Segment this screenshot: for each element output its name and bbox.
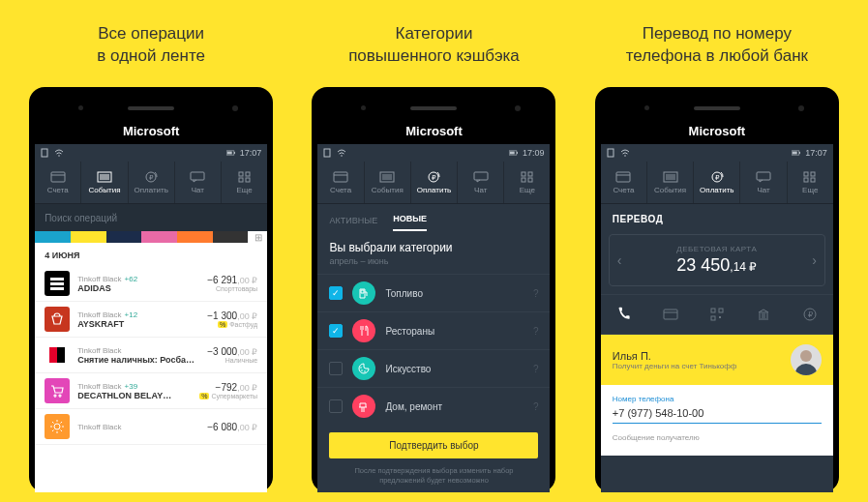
tab-events[interactable]: События: [647, 162, 694, 203]
checkbox[interactable]: [329, 362, 343, 375]
tab-more[interactable]: Еще: [788, 162, 833, 203]
avatar: [791, 344, 822, 375]
svg-rect-15: [246, 172, 250, 176]
transfer-header: ПЕРЕВОД: [601, 204, 833, 230]
svg-rect-76: [719, 316, 721, 318]
svg-rect-70: [811, 178, 815, 182]
method-card[interactable]: [647, 301, 694, 328]
list-icon: [97, 171, 112, 183]
svg-line-28: [52, 422, 54, 424]
selection-title: Вы выбрали категории: [317, 231, 550, 256]
transaction-row[interactable]: Tinkoff Black+62ADIDAS −6 291,00 ₽Спортт…: [35, 266, 267, 302]
svg-point-50: [361, 367, 363, 369]
add-button[interactable]: ⊞: [248, 231, 267, 243]
tab-accounts[interactable]: Счета: [317, 162, 364, 203]
phone-field[interactable]: +7 (977) 548-10-00: [613, 407, 822, 424]
grid-icon: [803, 171, 817, 183]
ruble-icon: ₽: [709, 170, 725, 184]
checkbox[interactable]: [329, 399, 343, 413]
tab-pay[interactable]: ₽Оплатить: [694, 162, 740, 203]
category-color-bar[interactable]: [35, 231, 248, 243]
tab-active-cats[interactable]: АКТИВНЫЕ: [329, 216, 377, 231]
tab-events[interactable]: События: [365, 162, 411, 203]
category-row[interactable]: Искусство ?: [317, 349, 550, 387]
category-name: Дом, ремонт: [385, 401, 532, 412]
category-row[interactable]: Рестораны ?: [317, 311, 550, 349]
search-input[interactable]: Поиск операций: [35, 204, 267, 231]
brand-label: Microsoft: [35, 124, 267, 138]
svg-rect-58: [616, 172, 630, 182]
list-icon: [379, 171, 395, 183]
tab-chat[interactable]: Чат: [740, 162, 787, 203]
heading-1: Все операциив одной ленте: [97, 23, 205, 68]
method-bank[interactable]: [740, 301, 787, 328]
tab-more[interactable]: Еще: [222, 162, 267, 203]
svg-rect-17: [246, 178, 250, 182]
category-row[interactable]: Топливо ?: [317, 274, 550, 311]
category-row[interactable]: Дом, ремонт ?: [317, 387, 550, 425]
phone-field-label: Номер телефона: [613, 395, 822, 403]
tab-accounts[interactable]: Счета: [35, 162, 81, 203]
svg-rect-56: [799, 152, 800, 154]
svg-rect-22: [57, 347, 65, 363]
svg-rect-49: [528, 178, 532, 182]
svg-rect-36: [510, 152, 515, 155]
category-name: Рестораны: [385, 326, 532, 337]
svg-rect-0: [42, 149, 47, 157]
svg-point-23: [54, 424, 60, 429]
method-ruble[interactable]: ₽: [787, 301, 833, 328]
svg-rect-20: [50, 287, 64, 290]
clock: 17:07: [240, 148, 262, 158]
source-card-selector[interactable]: ‹ ДЕБЕТОВАЯ КАРТА 23 450,14 ₽ ›: [609, 234, 825, 286]
confirm-button[interactable]: Подтвердить выбор: [329, 432, 538, 458]
svg-rect-35: [517, 152, 518, 154]
chevron-right-icon[interactable]: ›: [812, 252, 817, 268]
help-icon[interactable]: ?: [533, 288, 539, 299]
heading-2: Категорииповышенного кэшбэка: [348, 23, 520, 68]
transaction-row[interactable]: Tinkoff Black+39DECATHLON BELAY… −792,00…: [35, 373, 267, 409]
svg-point-80: [795, 364, 817, 375]
heading-3: Перевод по номерутелефона в любой банк: [626, 23, 808, 68]
chat-icon: [756, 171, 771, 183]
tab-pay[interactable]: ₽Оплатить: [129, 162, 175, 203]
transaction-row[interactable]: Tinkoff Black −6 080,00 ₽: [35, 409, 267, 445]
svg-rect-18: [50, 278, 64, 281]
tab-chat[interactable]: Чат: [458, 162, 504, 203]
sim-icon: [41, 148, 50, 158]
svg-rect-67: [804, 172, 808, 176]
transaction-row[interactable]: Tinkoff BlackСнятие наличных: Росба… −3 …: [35, 338, 267, 373]
svg-point-54: [624, 155, 626, 157]
toolbar: Счета События ₽Оплатить Чат Еще: [601, 162, 833, 204]
tab-new-cats[interactable]: НОВЫЕ: [393, 214, 427, 231]
method-phone[interactable]: [601, 301, 647, 328]
svg-point-1: [58, 155, 60, 157]
transfer-method-tabs: ₽: [601, 294, 833, 335]
tab-pay[interactable]: ₽Оплатить: [411, 162, 458, 203]
tab-accounts[interactable]: Счета: [601, 162, 647, 203]
tab-more[interactable]: Еще: [504, 162, 550, 203]
card-icon: [50, 171, 66, 183]
help-icon[interactable]: ?: [533, 326, 539, 337]
svg-rect-53: [608, 149, 614, 157]
svg-rect-68: [811, 172, 815, 176]
method-qr[interactable]: [694, 301, 740, 328]
merchant-icon: [45, 307, 70, 332]
svg-rect-45: [474, 172, 488, 180]
tab-events[interactable]: События: [81, 162, 128, 203]
category-icon: [352, 357, 375, 380]
help-icon[interactable]: ?: [533, 364, 539, 374]
svg-text:₽: ₽: [807, 310, 812, 319]
checkbox[interactable]: [329, 324, 343, 338]
svg-line-31: [61, 422, 63, 424]
tab-chat[interactable]: Чат: [175, 162, 222, 203]
checkbox[interactable]: [329, 286, 343, 300]
svg-rect-46: [522, 172, 525, 176]
recipient-block[interactable]: Илья П. Получит деньги на счет Тинькофф: [601, 335, 833, 385]
transaction-row[interactable]: Tinkoff Black+12AYSKRAFT −1 300,00 ₽% Фа…: [35, 302, 267, 338]
merchant-icon: [45, 414, 70, 439]
status-bar: 17:09: [317, 144, 550, 162]
phone-frame-1: Microsoft 17:07 Счета События ₽Оплатить …: [29, 87, 273, 492]
help-icon[interactable]: ?: [533, 401, 539, 412]
category-icon: [352, 281, 375, 305]
svg-rect-48: [522, 178, 525, 182]
